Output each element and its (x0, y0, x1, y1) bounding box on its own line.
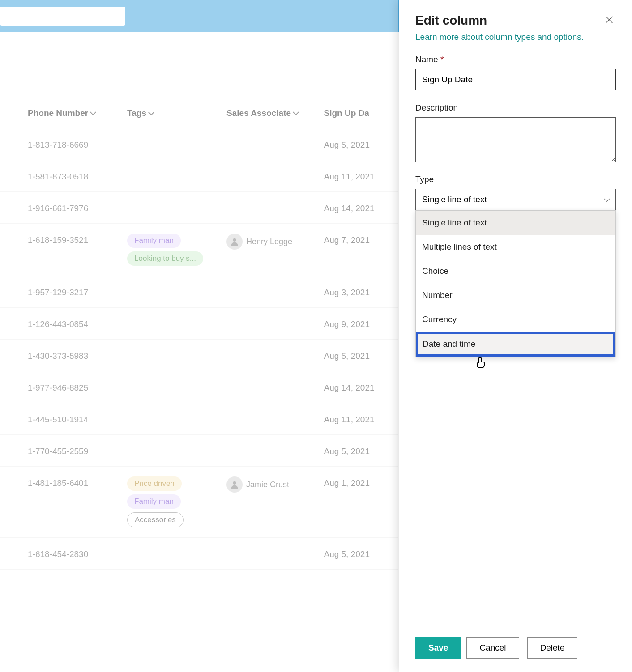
column-header-label: Phone Number (28, 108, 88, 118)
column-header-signup[interactable]: Sign Up Da (324, 108, 398, 118)
phone-cell: 1-581-873-0518 (28, 170, 127, 182)
phone-cell: 1-813-718-6669 (28, 138, 127, 150)
column-header-label: Sign Up Da (324, 108, 369, 118)
delete-button[interactable]: Delete (527, 637, 578, 659)
avatar (226, 476, 243, 493)
table-row[interactable]: 1-916-661-7976Aug 14, 2021 (0, 192, 398, 224)
column-header-label: Sales Associate (226, 108, 291, 118)
table-row[interactable]: 1-581-873-0518Aug 11, 2021 (0, 160, 398, 192)
learn-more-link[interactable]: Learn more about column types and option… (415, 32, 616, 42)
svg-point-0 (233, 238, 236, 242)
tag-badge[interactable]: Family man (127, 494, 181, 509)
table-row[interactable]: 1-618-159-3521Family manLooking to buy s… (0, 224, 398, 276)
table-row[interactable]: 1-618-454-2830Aug 5, 2021 (0, 538, 398, 570)
phone-cell: 1-126-443-0854 (28, 318, 127, 329)
phone-cell: 1-618-159-3521 (28, 234, 127, 245)
required-indicator: * (440, 55, 444, 64)
signup-cell: Aug 14, 2021 (324, 381, 398, 393)
type-option[interactable]: Number (416, 283, 615, 307)
table-row[interactable]: 1-977-946-8825Aug 14, 2021 (0, 371, 398, 403)
avatar (226, 234, 243, 250)
phone-cell: 1-481-185-6401 (28, 476, 127, 488)
description-label: Description (415, 103, 616, 113)
column-header-sales[interactable]: Sales Associate (226, 108, 324, 118)
signup-cell: Aug 5, 2021 (324, 548, 398, 559)
type-option[interactable]: Choice (416, 259, 615, 283)
table-header-row: Phone Number Tags Sales Associate Sign U… (0, 108, 398, 128)
description-field-group: Description (415, 103, 616, 164)
tag-badge[interactable]: Accessories (127, 512, 184, 527)
sales-cell: Jamie Crust (226, 476, 324, 493)
name-label: Name * (415, 55, 616, 64)
type-option[interactable]: Date and time (416, 332, 615, 357)
phone-cell: 1-430-373-5983 (28, 349, 127, 361)
type-select[interactable]: Single line of text (415, 189, 616, 210)
tag-badge[interactable]: Looking to buy s... (127, 251, 203, 266)
phone-cell: 1-770-455-2559 (28, 445, 127, 456)
cancel-button[interactable]: Cancel (466, 637, 519, 659)
table-row[interactable]: 1-445-510-1914Aug 11, 2021 (0, 403, 398, 435)
type-field-group: Type Single line of text Single line of … (415, 174, 616, 357)
type-option[interactable]: Multiple lines of text (416, 235, 615, 259)
table-row[interactable]: 1-481-185-6401Price drivenFamily manAcce… (0, 467, 398, 538)
name-field-group: Name * (415, 55, 616, 90)
tag-badge[interactable]: Price driven (127, 476, 182, 491)
chevron-down-icon (293, 109, 299, 115)
signup-cell: Aug 5, 2021 (324, 445, 398, 456)
table-row[interactable]: 1-957-129-3217Aug 3, 2021 (0, 276, 398, 308)
signup-cell: Aug 14, 2021 (324, 202, 398, 213)
panel-header: Edit column (415, 13, 616, 28)
close-icon (604, 15, 614, 25)
type-select-value: Single line of text (422, 195, 487, 204)
signup-cell: Aug 1, 2021 (324, 476, 398, 488)
column-header-tags[interactable]: Tags (127, 108, 226, 118)
signup-cell: Aug 5, 2021 (324, 138, 398, 150)
signup-cell: Aug 11, 2021 (324, 170, 398, 182)
edit-column-panel: Edit column Learn more about column type… (399, 0, 632, 672)
name-label-text: Name (415, 55, 438, 64)
table-row[interactable]: 1-126-443-0854Aug 9, 2021 (0, 308, 398, 340)
tags-cell: Price drivenFamily manAccessories (127, 476, 226, 527)
table-body: 1-813-718-6669Aug 5, 20211-581-873-0518A… (0, 128, 398, 570)
type-label: Type (415, 174, 616, 184)
signup-cell: Aug 7, 2021 (324, 234, 398, 245)
person-name: Henry Legge (246, 237, 292, 247)
phone-cell: 1-977-946-8825 (28, 381, 127, 393)
phone-cell: 1-445-510-1914 (28, 413, 127, 425)
phone-cell: 1-618-454-2830 (28, 548, 127, 559)
name-input[interactable] (415, 69, 616, 90)
panel-footer: Save Cancel Delete (415, 637, 616, 659)
signup-cell: Aug 3, 2021 (324, 286, 398, 298)
column-header-label: Tags (127, 108, 146, 118)
chevron-down-icon (90, 109, 96, 115)
search-input[interactable] (0, 7, 125, 26)
phone-cell: 1-957-129-3217 (28, 286, 127, 298)
column-header-phone[interactable]: Phone Number (28, 108, 127, 118)
person-name: Jamie Crust (246, 480, 289, 489)
tags-cell: Family manLooking to buy s... (127, 234, 226, 266)
data-table-area: Phone Number Tags Sales Associate Sign U… (0, 32, 398, 570)
chevron-down-icon (604, 196, 610, 202)
panel-title: Edit column (415, 13, 487, 28)
save-button[interactable]: Save (415, 637, 461, 659)
sales-cell: Henry Legge (226, 234, 324, 250)
close-button[interactable] (602, 14, 616, 27)
signup-cell: Aug 9, 2021 (324, 318, 398, 329)
signup-cell: Aug 5, 2021 (324, 349, 398, 361)
phone-cell: 1-916-661-7976 (28, 202, 127, 213)
table-row[interactable]: 1-770-455-2559Aug 5, 2021 (0, 435, 398, 467)
type-dropdown: Single line of textMultiple lines of tex… (415, 210, 616, 357)
table-row[interactable]: 1-430-373-5983Aug 5, 2021 (0, 340, 398, 371)
chevron-down-icon (148, 109, 154, 115)
type-option[interactable]: Currency (416, 307, 615, 332)
type-option[interactable]: Single line of text (416, 211, 615, 235)
table-row[interactable]: 1-813-718-6669Aug 5, 2021 (0, 128, 398, 160)
description-input[interactable] (415, 117, 616, 162)
svg-point-1 (233, 481, 236, 485)
signup-cell: Aug 11, 2021 (324, 413, 398, 425)
tag-badge[interactable]: Family man (127, 234, 181, 248)
